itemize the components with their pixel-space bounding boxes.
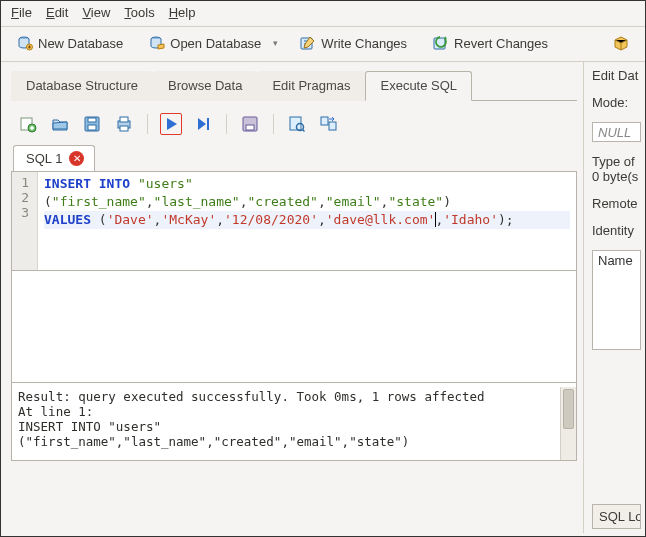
menu-tools[interactable]: Tools xyxy=(124,5,154,20)
toolbar-separator xyxy=(147,114,148,134)
sql-log-button[interactable]: SQL Lo xyxy=(592,504,641,529)
toolbar-separator xyxy=(226,114,227,134)
new-database-label: New Database xyxy=(38,36,123,51)
code-string: '12/08/2020' xyxy=(224,212,318,227)
save-results-button[interactable] xyxy=(239,113,261,135)
main-tabs: Database Structure Browse Data Edit Prag… xyxy=(11,70,577,101)
menubar: File Edit View Tools Help xyxy=(1,1,645,27)
revert-changes-button[interactable]: Revert Changes xyxy=(429,33,552,53)
sql-tab-1[interactable]: SQL 1 ✕ xyxy=(13,145,95,171)
print-sql-button[interactable] xyxy=(113,113,135,135)
save-results-icon xyxy=(241,115,259,133)
package-icon xyxy=(613,35,629,51)
new-database-button[interactable]: New Database xyxy=(13,33,127,53)
editor-gutter: 1 2 3 xyxy=(12,172,38,270)
menu-view[interactable]: View xyxy=(82,5,110,20)
svg-rect-13 xyxy=(207,118,209,130)
save-sql-button[interactable] xyxy=(81,113,103,135)
code-string: 'Idaho' xyxy=(443,212,498,227)
lineno: 3 xyxy=(18,205,29,220)
code-punct: ( xyxy=(99,212,107,227)
find-replace-button[interactable] xyxy=(318,113,340,135)
svg-rect-18 xyxy=(321,117,328,125)
scrollbar-thumb[interactable] xyxy=(563,389,574,429)
toolbar-separator xyxy=(273,114,274,134)
edit-cell-header: Edit Dat xyxy=(592,68,641,83)
svg-rect-8 xyxy=(88,125,96,130)
type-line: Type of xyxy=(592,154,641,169)
code-identifier: "last_name" xyxy=(154,194,240,209)
identity-col-name: Name xyxy=(598,253,635,268)
mode-value-box[interactable]: NULL xyxy=(592,122,641,142)
sql-editor[interactable]: 1 2 3 INSERT INTO "users" ("first_name",… xyxy=(11,171,577,271)
code-string: 'dave@llk.com' xyxy=(326,212,436,227)
sql-toolbar xyxy=(11,105,577,145)
menu-help[interactable]: Help xyxy=(169,5,196,20)
lineno: 1 xyxy=(18,175,29,190)
revert-changes-label: Revert Changes xyxy=(454,36,548,51)
code-identifier: "users" xyxy=(138,176,193,191)
write-changes-button[interactable]: Write Changes xyxy=(296,33,411,53)
code-identifier: "created" xyxy=(248,194,318,209)
open-file-icon xyxy=(51,115,69,133)
code-keyword: VALUES xyxy=(44,212,99,227)
result-scrollbar[interactable] xyxy=(560,387,576,460)
execute-sql-button[interactable] xyxy=(160,113,182,135)
main-panel: Database Structure Browse Data Edit Prag… xyxy=(1,62,583,533)
svg-rect-19 xyxy=(329,122,336,130)
svg-rect-12 xyxy=(120,126,128,131)
play-icon xyxy=(163,116,179,132)
code-identifier: "state" xyxy=(388,194,443,209)
results-grid-empty xyxy=(11,271,577,383)
side-panel: Edit Dat Mode: NULL Type of 0 byte(s Rem… xyxy=(583,62,645,533)
print-icon xyxy=(115,115,133,133)
replace-icon xyxy=(320,115,338,133)
toolbar-top: New Database Open Database ▾ Write Chang… xyxy=(1,27,645,62)
save-icon xyxy=(83,115,101,133)
truncated-toolbar-button[interactable] xyxy=(609,33,633,53)
tab-execute-sql[interactable]: Execute SQL xyxy=(365,71,472,101)
open-database-icon xyxy=(149,35,165,51)
result-log: Result: query executed successfully. Too… xyxy=(11,383,577,461)
revert-changes-icon xyxy=(433,35,449,51)
remote-header: Remote xyxy=(592,196,641,211)
identity-list[interactable]: Name xyxy=(592,250,641,350)
lineno: 2 xyxy=(18,190,29,205)
result-text[interactable]: Result: query executed successfully. Too… xyxy=(12,387,560,460)
find-button[interactable] xyxy=(286,113,308,135)
new-tab-icon xyxy=(19,115,37,133)
new-database-icon xyxy=(17,35,33,51)
code-identifier: "email" xyxy=(326,194,381,209)
open-database-label: Open Database xyxy=(170,36,261,51)
code-string: 'Dave' xyxy=(107,212,154,227)
menu-file[interactable]: File xyxy=(11,5,32,20)
tab-browse-data[interactable]: Browse Data xyxy=(153,71,257,101)
svg-rect-9 xyxy=(88,118,96,122)
write-changes-label: Write Changes xyxy=(321,36,407,51)
code-punct: ); xyxy=(498,212,514,227)
play-to-end-icon xyxy=(195,116,211,132)
tab-database-structure[interactable]: Database Structure xyxy=(11,71,153,101)
sql-tab-label: SQL 1 xyxy=(26,151,62,166)
close-tab-icon[interactable]: ✕ xyxy=(69,151,84,166)
code-punct: ( xyxy=(44,194,52,209)
code-punct: ) xyxy=(443,194,451,209)
tab-edit-pragmas[interactable]: Edit Pragmas xyxy=(257,71,365,101)
open-database-button[interactable]: Open Database xyxy=(145,33,265,53)
svg-rect-15 xyxy=(246,125,254,130)
editor-content[interactable]: INSERT INTO "users" ("first_name","last_… xyxy=(38,172,576,270)
sql-tab-bar: SQL 1 ✕ xyxy=(11,145,577,171)
svg-rect-11 xyxy=(120,117,128,122)
code-keyword: INSERT INTO xyxy=(44,176,138,191)
new-sql-tab-button[interactable] xyxy=(17,113,39,135)
mode-label: Mode: xyxy=(592,95,641,110)
code-identifier: "first_name" xyxy=(52,194,146,209)
open-database-dropdown-icon[interactable]: ▾ xyxy=(273,38,278,48)
code-string: 'McKay' xyxy=(161,212,216,227)
find-icon xyxy=(288,115,306,133)
menu-edit[interactable]: Edit xyxy=(46,5,68,20)
execute-current-line-button[interactable] xyxy=(192,113,214,135)
open-sql-file-button[interactable] xyxy=(49,113,71,135)
size-line: 0 byte(s xyxy=(592,169,641,184)
write-changes-icon xyxy=(300,35,316,51)
